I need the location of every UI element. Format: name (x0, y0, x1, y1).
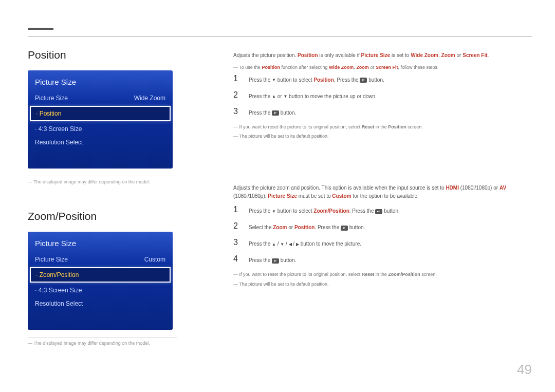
menu-row-resolution[interactable]: Resolution Select (28, 297, 173, 310)
tv-menu-header: Picture Size (28, 76, 173, 91)
section-position-left: Position Picture Size Picture Size Wide … (28, 49, 177, 184)
step-1: 1 Press the button to select Position. P… (233, 74, 526, 84)
t: Position (298, 52, 318, 58)
intro-paragraph: Adjusts the picture zoom and position. T… (233, 184, 526, 200)
t: button to move the picture up or down. (287, 94, 376, 99)
menu-row-label: Picture Size (35, 256, 68, 263)
menu-row-label: 4:3 Screen Size (35, 125, 82, 133)
menu-row-label: Picture Size (35, 95, 68, 102)
t: . (488, 52, 489, 58)
step-number: 3 (233, 107, 240, 116)
menu-row-picture-size[interactable]: Picture Size Wide Zoom (28, 91, 173, 105)
menu-row-label: Zoom/Position (36, 271, 79, 278)
step-text: Select the Zoom or Position. Press the b… (249, 221, 365, 232)
t: Picture Size (268, 193, 297, 199)
horizontal-rule (28, 36, 532, 36)
menu-row-value: Custom (144, 256, 165, 263)
t: To use the (239, 65, 262, 70)
step-3: 3 Press the button. (233, 107, 526, 117)
t: Press the (249, 241, 272, 247)
t: Position (294, 225, 314, 230)
t: button. (279, 110, 296, 116)
page-number: 49 (517, 362, 532, 378)
t: If you want to reset the picture to its … (239, 124, 362, 129)
up-arrow-icon (272, 240, 276, 248)
t: Zoom (441, 52, 455, 58)
t: button. (367, 77, 384, 83)
menu-row-position[interactable]: Position (30, 106, 171, 121)
menu-row-label: Resolution Select (35, 139, 83, 146)
t: If you want to reset the picture to its … (239, 272, 362, 277)
t: is set to (390, 52, 411, 58)
t: . Press the (349, 208, 376, 214)
t: Zoom/Position (313, 208, 349, 214)
step-text: Press the button. (249, 254, 296, 265)
menu-row-43[interactable]: 4:3 Screen Size (28, 122, 173, 136)
t: (1080i/1080p). (233, 193, 268, 199)
t: Press the (249, 94, 272, 99)
note: The picture will be set to its default p… (233, 281, 526, 288)
t: Wide Zoom (411, 52, 438, 58)
t: or (455, 52, 462, 58)
step-number: 2 (233, 90, 240, 100)
t: button. (348, 225, 365, 230)
t: Reset (362, 272, 375, 277)
t: function after selecting (280, 65, 329, 70)
menu-row-43[interactable]: 4:3 Screen Size (28, 284, 173, 297)
t: Zoom (356, 65, 369, 70)
t: Zoom/Position (388, 272, 420, 277)
t: Screen Fit (462, 52, 487, 58)
t: Press the (249, 208, 272, 214)
step-number: 1 (233, 74, 240, 83)
menu-row-label: 4:3 Screen Size (35, 287, 82, 294)
section-zoom-right: Adjusts the picture zoom and position. T… (233, 184, 526, 288)
t: (1080i/1080p) or (459, 185, 499, 191)
t: or (276, 94, 283, 99)
t: Select the (249, 225, 273, 230)
accent-rule (28, 28, 53, 30)
t: Press the (249, 257, 272, 263)
t: Custom (332, 193, 351, 199)
t: button to move the picture. (299, 241, 361, 247)
t: for the option to be available. (351, 193, 419, 199)
step-text: Press the button. (249, 107, 296, 117)
step-1: 1 Press the button to select Zoom/Positi… (233, 205, 526, 215)
steps-list: 1 Press the button to select Position. P… (233, 74, 526, 117)
step-number: 3 (233, 238, 240, 247)
t: button to select (276, 77, 313, 83)
menu-row-resolution[interactable]: Resolution Select (28, 136, 173, 149)
t: screen. (406, 124, 423, 129)
down-arrow-icon (272, 76, 276, 84)
step-text: Press the button to select Zoom/Position… (249, 205, 400, 215)
enter-icon (375, 208, 382, 214)
t: Position (313, 77, 334, 83)
t: screen. (420, 272, 437, 277)
t: Position (388, 124, 406, 129)
section-zoom-left: Zoom/Position Picture Size Picture Size … (28, 210, 177, 346)
menu-row-value: Wide Zoom (134, 95, 165, 102)
enter-icon (272, 257, 279, 263)
t: Press the (249, 110, 272, 116)
t: in the (374, 272, 388, 277)
step-text: Press the / / / button to move the pictu… (249, 238, 361, 248)
t: Picture Size (361, 52, 390, 58)
note: The picture will be set to its default p… (233, 133, 526, 140)
t: or (369, 65, 376, 70)
section-title-zoom: Zoom/Position (28, 210, 177, 222)
t: . Press the (334, 77, 360, 83)
down-arrow-icon (280, 240, 284, 248)
divider (28, 337, 177, 338)
menu-row-picture-size[interactable]: Picture Size Custom (28, 253, 173, 266)
t: button. (382, 208, 399, 214)
t: AV (499, 185, 506, 191)
left-arrow-icon (289, 240, 292, 248)
intro-note: To use the Position function after selec… (233, 65, 526, 70)
step-number: 4 (233, 254, 240, 264)
enter-icon (360, 77, 367, 83)
tv-menu-header: Picture Size (28, 237, 173, 253)
t: is only available if (318, 52, 361, 58)
down-arrow-icon (272, 208, 276, 215)
t: Adjusts the picture position. (233, 52, 298, 58)
menu-row-zoom-position[interactable]: Zoom/Position (30, 267, 171, 283)
step-3: 3 Press the / / / button to move the pic… (233, 238, 526, 248)
